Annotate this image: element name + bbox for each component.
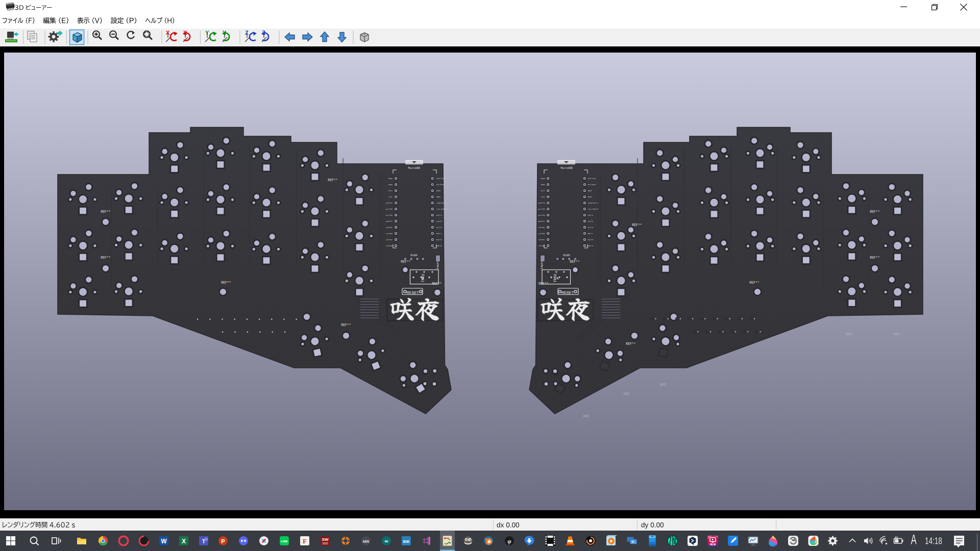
svg-text:D7/6: D7/6 [436, 226, 442, 229]
svg-text:SCL/D0/3: SCL/D0/3 [436, 208, 447, 210]
svg-text:REF**: REF** [626, 342, 636, 346]
svg-text:REF**: REF** [870, 210, 880, 214]
svg-text:D3/TXD: D3/TXD [587, 177, 596, 180]
svg-text:RESET: RESET [407, 290, 419, 295]
svg-text:GND: GND [388, 183, 393, 186]
svg-text:C6/5: C6/5 [587, 220, 593, 222]
svg-text:B5/9: B5/9 [587, 244, 593, 247]
svg-text:2020: 2020 [322, 542, 328, 545]
svg-text:A0/F7: A0/F7 [386, 220, 393, 222]
svg-text:REF**: REF** [749, 281, 760, 285]
svg-text:REF**: REF** [632, 223, 642, 227]
svg-text:REF**: REF** [328, 179, 338, 182]
svg-text:RST: RST [541, 189, 545, 192]
svg-text:B4/8: B4/8 [587, 238, 593, 241]
svg-text:LINE: LINE [281, 540, 288, 543]
svg-text:D2/RXD: D2/RXD [587, 183, 596, 186]
svg-text:A2/F5: A2/F5 [538, 208, 546, 210]
svg-text:D4/4: D4/4 [587, 214, 593, 216]
svg-text:A0/F7: A0/F7 [538, 220, 546, 222]
svg-text:14/B3: 14/B3 [386, 232, 393, 235]
svg-text:OLED: OLED [410, 254, 418, 257]
svg-text:P: P [221, 538, 225, 544]
svg-text:REF**: REF** [221, 281, 231, 285]
svg-text:VCC: VCC [541, 195, 545, 198]
svg-text:D80: D80 [893, 332, 899, 335]
svg-text:IDE: IDE [403, 539, 410, 544]
svg-text:W: W [161, 538, 167, 545]
svg-text:D80: D80 [583, 414, 589, 417]
svg-text:15/B1: 15/B1 [386, 226, 393, 229]
svg-text:SW: SW [322, 537, 329, 542]
svg-text:15/B1: 15/B1 [538, 226, 546, 229]
svg-text:RESET: RESET [561, 290, 574, 295]
svg-text:TRRS: TRRS [421, 274, 425, 283]
svg-text:REF**: REF** [101, 210, 111, 214]
svg-text:A1/F6: A1/F6 [386, 214, 393, 216]
svg-text:REF**: REF** [432, 282, 442, 286]
svg-text:REF**: REF** [401, 260, 411, 264]
svg-text:MicroUSB: MicroUSB [408, 167, 420, 169]
svg-text:A2/F5: A2/F5 [386, 208, 393, 210]
svg-text:A1/F6: A1/F6 [538, 214, 546, 216]
svg-text:C6/5: C6/5 [436, 220, 442, 222]
svg-text:D2/RXD: D2/RXD [436, 183, 445, 186]
svg-text:REF**: REF** [570, 260, 580, 264]
svg-text:RST: RST [388, 189, 393, 192]
svg-text:D80: D80 [846, 332, 852, 335]
svg-text:GND: GND [587, 189, 592, 192]
svg-text:SDA/D1/2: SDA/D1/2 [436, 202, 447, 204]
svg-text:16/B2: 16/B2 [538, 238, 546, 241]
svg-text:MLW: MLW [710, 543, 716, 546]
svg-text:OLED: OLED [563, 254, 570, 257]
svg-text:14/B3: 14/B3 [538, 232, 546, 235]
svg-text:16/B2: 16/B2 [386, 238, 393, 241]
svg-text:RAW: RAW [541, 177, 545, 180]
svg-text:F: F [303, 537, 307, 545]
svg-text:GND: GND [587, 195, 592, 198]
svg-text:A3/F4: A3/F4 [538, 202, 546, 204]
svg-text:Jumper: Jumper [541, 261, 544, 270]
svg-text:A3/F4: A3/F4 [386, 202, 393, 204]
svg-text:10/B6: 10/B6 [538, 244, 546, 247]
svg-text:REF**: REF** [101, 256, 111, 260]
svg-text:REF**: REF** [341, 323, 351, 327]
svg-text:MR: MR [363, 539, 370, 544]
svg-text:D80: D80 [659, 382, 666, 386]
svg-text:E6/7: E6/7 [587, 232, 593, 235]
svg-text:GND: GND [436, 195, 440, 198]
svg-text:GND: GND [436, 189, 440, 192]
svg-text:D7/6: D7/6 [587, 226, 593, 229]
svg-text:RAW: RAW [388, 177, 393, 180]
svg-text:Jumper: Jumper [436, 261, 439, 270]
svg-text:D4/4: D4/4 [436, 214, 442, 216]
svg-text:REF**: REF** [538, 282, 549, 286]
svg-text:E6/7: E6/7 [436, 232, 442, 235]
svg-text:VCC: VCC [388, 195, 393, 198]
svg-text:10/B6: 10/B6 [386, 244, 393, 247]
svg-text:D3/TXD: D3/TXD [436, 177, 445, 180]
svg-text:REF**: REF** [870, 256, 880, 260]
svg-text:SCL/D0/3: SCL/D0/3 [587, 208, 598, 210]
svg-text:TRRS: TRRS [553, 274, 557, 283]
svg-text:B4/8: B4/8 [436, 238, 442, 241]
svg-text:MicroUSB: MicroUSB [560, 167, 572, 169]
svg-text:φ: φ [507, 538, 511, 545]
svg-text:B5/9: B5/9 [436, 244, 442, 247]
svg-text:X: X [182, 538, 186, 545]
svg-text:D80: D80 [623, 391, 629, 395]
svg-text:∞: ∞ [384, 538, 388, 544]
svg-text:SDA/D1/2: SDA/D1/2 [587, 202, 598, 204]
svg-text:GND: GND [541, 183, 545, 186]
